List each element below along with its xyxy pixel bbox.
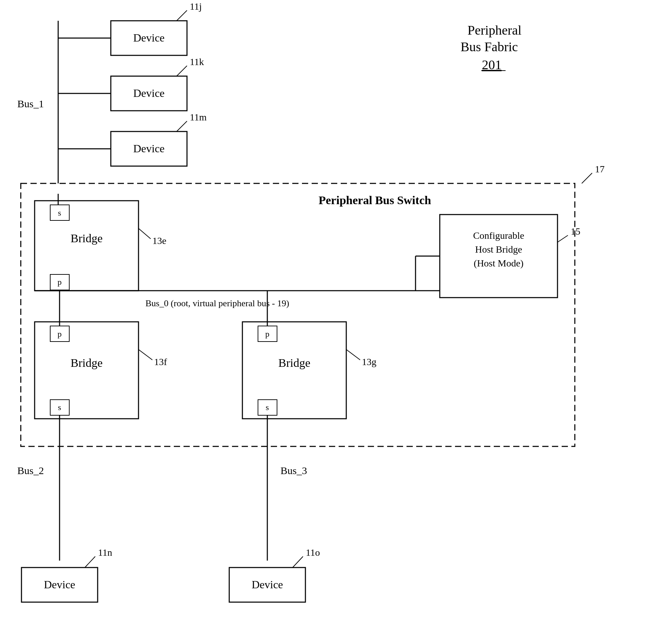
diagram-svg: Device 11j Device 11k Device 11m Bus_1 P… — [0, 0, 660, 644]
svg-line-0 — [177, 10, 187, 21]
peripheral-bus-switch-label: Peripheral Bus Switch — [319, 194, 431, 207]
bridge-13f-s-label: s — [58, 403, 61, 412]
bridge-13e-s-label: s — [58, 208, 61, 217]
bus2-label: Bus_2 — [17, 465, 44, 476]
bridge-13f-p-label: p — [57, 329, 62, 338]
host-bridge-box — [440, 215, 558, 298]
device-11j-label: Device — [133, 31, 165, 44]
bus3-label: Bus_3 — [280, 465, 307, 476]
label-17: 17 — [595, 164, 605, 174]
bridge-13f-text: Bridge — [71, 356, 103, 369]
svg-line-3 — [582, 173, 592, 183]
bridge-13e-text: Bridge — [71, 232, 103, 245]
label-13f: 13f — [154, 356, 167, 367]
label-11o: 11o — [306, 547, 320, 558]
peripheral-bus-fabric-label2: Bus Fabric — [461, 39, 518, 54]
bus1-label: Bus_1 — [17, 98, 44, 109]
label-13g: 13g — [362, 356, 376, 367]
bridge-13g-s-label: s — [266, 403, 269, 412]
label-13e: 13e — [152, 235, 166, 246]
bridge-13g-p-label: p — [265, 329, 269, 338]
peripheral-bus-fabric-label1: Peripheral — [467, 23, 521, 37]
device-11o-label: Device — [252, 578, 283, 591]
svg-line-9 — [85, 556, 95, 568]
svg-line-1 — [177, 66, 187, 76]
host-bridge-line2: Host Bridge — [475, 244, 522, 255]
bridge-13g-text: Bridge — [278, 356, 311, 369]
label-11j: 11j — [190, 1, 202, 12]
label-11m: 11m — [190, 112, 207, 123]
device-11m-label: Device — [133, 142, 165, 155]
bridge-13e-p-label: p — [57, 278, 62, 287]
label-11k: 11k — [190, 56, 204, 67]
label-11n: 11n — [98, 547, 112, 558]
fabric-number-label: 201 — [482, 57, 502, 72]
host-bridge-line3: (Host Mode) — [474, 258, 524, 269]
svg-line-10 — [293, 556, 303, 568]
diagram-container: Device 11j Device 11k Device 11m Bus_1 P… — [0, 0, 660, 644]
host-bridge-line1: Configurable — [473, 230, 524, 241]
device-11k-label: Device — [133, 87, 165, 99]
device-11n-label: Device — [44, 578, 75, 591]
svg-line-2 — [177, 121, 187, 131]
label-15: 15 — [571, 226, 580, 237]
